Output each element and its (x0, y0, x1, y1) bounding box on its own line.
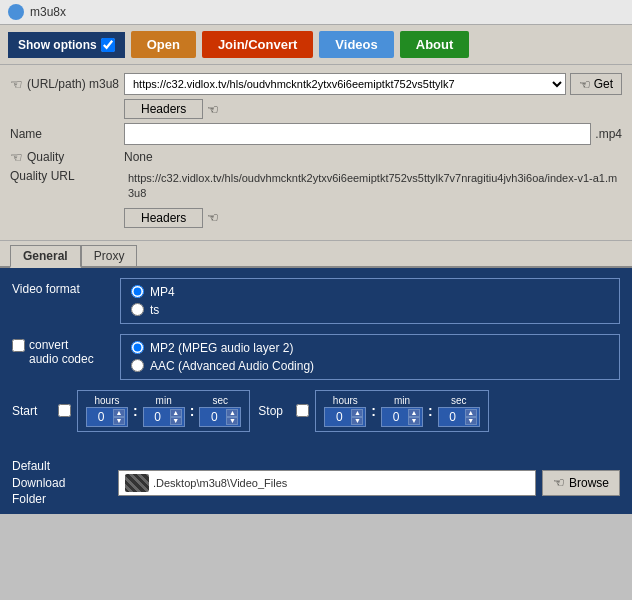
show-options-area: Show options (8, 32, 125, 58)
video-format-row: Video format MP4 ts (12, 278, 620, 324)
start-min-input[interactable] (146, 410, 170, 424)
convert-audio-label: convert audio codec (29, 334, 94, 366)
app-icon (8, 4, 24, 20)
show-options-checkbox[interactable] (101, 38, 115, 52)
browse-icon: ☜ (553, 475, 565, 490)
url-row: ☜ (URL/path) m3u8 https://c32.vidlox.tv/… (10, 73, 622, 95)
url-input[interactable]: https://c32.vidlox.tv/hls/oudvhmckntk2yt… (124, 73, 566, 95)
start-sec-input[interactable] (202, 410, 226, 424)
mp2-radio[interactable] (131, 341, 144, 354)
video-format-box: MP4 ts (120, 278, 620, 324)
bottom-row: Default Download Folder .Desktop\m3u8\Vi… (0, 452, 632, 514)
download-label: Default Download Folder (12, 458, 112, 508)
stop-min-input[interactable] (384, 410, 408, 424)
name-input[interactable] (124, 123, 591, 145)
start-hours-wrap: ▲ ▼ (86, 407, 128, 427)
start-label: Start (12, 404, 52, 418)
tab-proxy[interactable]: Proxy (81, 245, 138, 266)
tab-general[interactable]: General (10, 245, 81, 268)
mp4-option: MP4 (131, 285, 609, 299)
browse-button[interactable]: ☜ Browse (542, 470, 620, 496)
app-title: m3u8x (30, 5, 66, 19)
mp4-suffix: .mp4 (595, 127, 622, 141)
stop-label: Stop (258, 404, 290, 418)
ts-option: ts (131, 303, 609, 317)
toolbar: Show options Open Join/Convert Videos Ab… (0, 25, 632, 65)
start-min-up[interactable]: ▲ (170, 409, 182, 417)
stop-hours-input[interactable] (327, 410, 351, 424)
start-min-label: min (156, 395, 172, 406)
start-sec-up[interactable]: ▲ (226, 409, 238, 417)
mp2-option: MP2 (MPEG audio layer 2) (131, 341, 609, 355)
hand-icon-headers1: ☜ (207, 102, 219, 117)
convert-audio-checkbox[interactable] (12, 339, 25, 352)
stop-area: Stop hours ▲ ▼ : min (258, 390, 488, 432)
main-content: ☜ (URL/path) m3u8 https://c32.vidlox.tv/… (0, 65, 632, 241)
aac-option: AAC (Advanced Audio Coding) (131, 359, 609, 373)
start-sec-down[interactable]: ▼ (226, 417, 238, 425)
join-convert-button[interactable]: Join/Convert (202, 31, 313, 58)
open-button[interactable]: Open (131, 31, 196, 58)
quality-label: ☜ Quality (10, 149, 120, 165)
hand-icon-quality: ☜ (10, 149, 23, 165)
tabs-area: General Proxy (0, 241, 632, 268)
start-hours-spinner: ▲ ▼ (113, 409, 125, 425)
stop-min-up[interactable]: ▲ (408, 409, 420, 417)
stop-hours-wrap: ▲ ▼ (324, 407, 366, 427)
ts-radio[interactable] (131, 303, 144, 316)
stop-min-spinner: ▲ ▼ (408, 409, 420, 425)
download-path-display: .Desktop\m3u8\Video_Files (118, 470, 536, 496)
start-area: Start hours ▲ ▼ : min (12, 390, 250, 432)
name-row: Name .mp4 (10, 123, 622, 145)
stop-sec-up[interactable]: ▲ (465, 409, 477, 417)
stop-checkbox[interactable] (296, 404, 309, 417)
stop-min-wrap: ▲ ▼ (381, 407, 423, 427)
stop-sec-wrap: ▲ ▼ (438, 407, 480, 427)
start-min-down[interactable]: ▼ (170, 417, 182, 425)
start-hours-down[interactable]: ▼ (113, 417, 125, 425)
colon-4: : (427, 403, 434, 419)
path-text: .Desktop\m3u8\Video_Files (153, 477, 287, 489)
stop-hours-down[interactable]: ▼ (351, 417, 363, 425)
video-format-label: Video format (12, 278, 112, 296)
start-min-wrap: ▲ ▼ (143, 407, 185, 427)
headers-button-2[interactable]: Headers (124, 208, 203, 228)
stop-min-down[interactable]: ▼ (408, 417, 420, 425)
headers-row-1: Headers ☜ (10, 99, 622, 119)
stop-sec-group: sec ▲ ▼ (438, 395, 480, 427)
colon-3: : (370, 403, 377, 419)
convert-audio-row: convert audio codec MP2 (MPEG audio laye… (12, 334, 620, 380)
start-sec-label: sec (213, 395, 229, 406)
start-checkbox[interactable] (58, 404, 71, 417)
ts-label: ts (150, 303, 159, 317)
mp4-radio[interactable] (131, 285, 144, 298)
quality-url-row: Quality URL https://c32.vidlox.tv/hls/ou… (10, 169, 622, 204)
url-label: ☜ (URL/path) m3u8 (10, 76, 120, 92)
stop-min-group: min ▲ ▼ (381, 395, 423, 427)
start-time-box: hours ▲ ▼ : min (77, 390, 250, 432)
options-panel: Video format MP4 ts convert audio codec … (0, 268, 632, 452)
colon-2: : (189, 403, 196, 419)
headers-row-2: Headers ☜ (10, 208, 622, 228)
aac-radio[interactable] (131, 359, 144, 372)
videos-button[interactable]: Videos (319, 31, 393, 58)
mp4-label: MP4 (150, 285, 175, 299)
stop-sec-input[interactable] (441, 410, 465, 424)
start-hours-up[interactable]: ▲ (113, 409, 125, 417)
title-bar: m3u8x (0, 0, 632, 25)
stop-hours-spinner: ▲ ▼ (351, 409, 363, 425)
get-button[interactable]: ☜ Get (570, 73, 622, 95)
stop-time-box: hours ▲ ▼ : min (315, 390, 488, 432)
stop-sec-down[interactable]: ▼ (465, 417, 477, 425)
start-hours-input[interactable] (89, 410, 113, 424)
stop-hours-label: hours (333, 395, 358, 406)
headers-button-1[interactable]: Headers (124, 99, 203, 119)
start-sec-wrap: ▲ ▼ (199, 407, 241, 427)
start-hours-group: hours ▲ ▼ (86, 395, 128, 427)
about-button[interactable]: About (400, 31, 470, 58)
start-sec-group: sec ▲ ▼ (199, 395, 241, 427)
quality-url-label: Quality URL (10, 169, 120, 183)
browse-label: Browse (569, 476, 609, 490)
stop-hours-up[interactable]: ▲ (351, 409, 363, 417)
hand-icon-get: ☜ (579, 77, 591, 92)
